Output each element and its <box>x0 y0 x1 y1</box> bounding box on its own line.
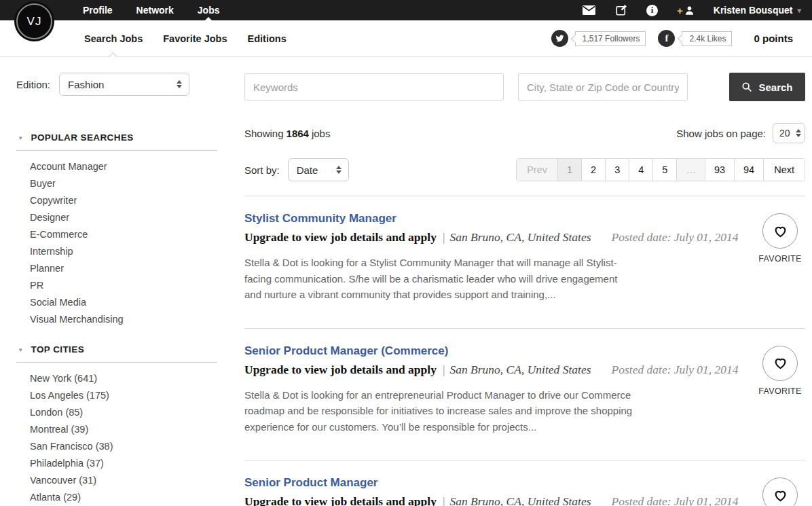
heart-icon <box>773 488 788 503</box>
pagination-page-4[interactable]: 4 <box>629 159 652 181</box>
job-title-link[interactable]: Senior Product Manager (Commerce) <box>244 344 755 358</box>
per-page-label: Show jobs on page: <box>676 128 766 139</box>
select-arrows-icon <box>796 129 801 137</box>
sort-by-value: Date <box>297 164 318 176</box>
primary-nav: Profile Network Jobs <box>83 0 220 20</box>
facebook-icon[interactable]: f <box>658 30 675 47</box>
facebook-likes-badge[interactable]: 2.4k Likes <box>682 31 732 46</box>
favorite-control: FAVORITE <box>755 476 805 506</box>
results-summary-row: Showing 1864 jobs Show jobs on page: 20 <box>244 123 805 143</box>
user-menu[interactable]: Kristen Bousquet ▾ <box>714 5 801 16</box>
favorite-button[interactable] <box>762 213 798 249</box>
top-city-item[interactable]: London (85) <box>30 404 244 421</box>
top-city-item[interactable]: Los Angeles (175) <box>30 387 244 404</box>
pagination-page-94[interactable]: 94 <box>734 159 763 181</box>
nav-network[interactable]: Network <box>136 0 174 20</box>
mail-icon[interactable] <box>583 5 595 16</box>
popular-search-item[interactable]: E-Commerce <box>30 226 244 243</box>
twitter-followers-badge[interactable]: 1,517 Followers <box>575 31 646 46</box>
pagination-prev[interactable]: Prev <box>517 159 557 181</box>
top-cities-title: TOP CITIES <box>31 344 85 355</box>
site-logo[interactable]: VJ <box>14 1 54 41</box>
info-icon[interactable]: i <box>646 5 658 16</box>
popular-searches-header[interactable]: ▾ POPULAR SEARCHES <box>19 132 244 143</box>
popular-search-item[interactable]: Buyer <box>30 175 244 192</box>
popular-search-item[interactable]: Visual Merchandising <box>30 311 244 328</box>
sort-by-select[interactable]: Date <box>288 158 349 181</box>
twitter-icon[interactable] <box>551 30 568 47</box>
popular-search-item[interactable]: PR <box>30 277 244 294</box>
results-count: 1864 <box>287 128 309 139</box>
job-meta: Upgrade to view job details and apply|Sa… <box>244 494 755 506</box>
page-content: Edition: Fashion ▾ POPULAR SEARCHES Acco… <box>0 57 812 506</box>
nav-jobs[interactable]: Jobs <box>198 0 220 20</box>
top-city-item[interactable]: New York (641) <box>30 370 244 387</box>
per-page-control: Show jobs on page: 20 <box>676 123 805 143</box>
popular-search-item[interactable]: Planner <box>30 260 244 277</box>
favorite-button[interactable] <box>762 346 798 381</box>
upgrade-link[interactable]: Upgrade to view job details and apply <box>244 363 437 376</box>
top-city-item[interactable]: San Francisco (38) <box>30 438 244 455</box>
sort-by-label: Sort by: <box>244 164 280 176</box>
search-form: Search <box>244 73 805 101</box>
job-main: Senior Product Manager Upgrade to view j… <box>244 476 755 506</box>
edition-select[interactable]: Fashion <box>59 73 189 96</box>
pagination: Prev 1 2 3 4 5 … 93 94 Next <box>516 158 805 181</box>
keywords-input[interactable] <box>244 73 504 101</box>
collapse-icon: ▾ <box>19 134 22 141</box>
pagination-page-1[interactable]: 1 <box>557 159 581 181</box>
meta-separator: | <box>443 494 445 506</box>
meta-separator: | <box>443 363 445 376</box>
edition-row: Edition: Fashion <box>16 73 244 96</box>
job-listing: Senior Product Manager Upgrade to view j… <box>244 460 805 506</box>
job-title-link[interactable]: Stylist Community Manager <box>244 212 755 225</box>
job-description: Stella & Dot is looking for a Stylist Co… <box>244 255 637 303</box>
upgrade-link[interactable]: Upgrade to view job details and apply <box>244 494 437 506</box>
pagination-page-5[interactable]: 5 <box>652 159 676 181</box>
location-input[interactable] <box>518 73 688 101</box>
job-meta: Upgrade to view job details and apply|Sa… <box>244 363 755 377</box>
compose-icon[interactable] <box>614 5 627 16</box>
job-posted-date: Posted date: July 01, 2014 <box>612 230 739 244</box>
popular-search-item[interactable]: Copywriter <box>30 192 244 209</box>
job-location: San Bruno, CA, United States <box>449 494 591 506</box>
job-posted-date: Posted date: July 01, 2014 <box>612 494 739 506</box>
pagination-next[interactable]: Next <box>763 159 805 181</box>
favorite-label: FAVORITE <box>758 254 801 264</box>
add-user-icon[interactable]: + <box>677 5 695 16</box>
upgrade-link[interactable]: Upgrade to view job details and apply <box>244 230 437 244</box>
popular-search-item[interactable]: Designer <box>30 209 244 226</box>
logo-text: VJ <box>27 15 42 29</box>
search-button[interactable]: Search <box>729 73 805 101</box>
nav-profile[interactable]: Profile <box>83 0 113 20</box>
search-button-label: Search <box>758 82 792 93</box>
favorite-button[interactable] <box>762 477 798 506</box>
top-city-item[interactable]: Montreal (39) <box>30 421 244 438</box>
per-page-select[interactable]: 20 <box>773 123 805 143</box>
search-icon <box>741 82 752 92</box>
pagination-page-3[interactable]: 3 <box>605 159 629 181</box>
top-city-item[interactable]: Atlanta (29) <box>30 489 244 506</box>
tab-favorite-jobs[interactable]: Favorite Jobs <box>163 20 227 56</box>
pagination-page-2[interactable]: 2 <box>581 159 605 181</box>
tab-search-jobs[interactable]: Search Jobs <box>84 20 143 56</box>
popular-search-item[interactable]: Internship <box>30 243 244 260</box>
favorite-control: FAVORITE <box>755 212 805 303</box>
pagination-ellipsis: … <box>676 159 705 181</box>
jobs-subnav: Search Jobs Favorite Jobs Editions 1,517… <box>0 20 812 57</box>
tab-editions[interactable]: Editions <box>248 20 287 56</box>
popular-search-item[interactable]: Account Manager <box>30 158 244 175</box>
per-page-value: 20 <box>779 128 790 139</box>
popular-search-item[interactable]: Social Media <box>30 294 244 311</box>
edition-label: Edition: <box>16 79 50 90</box>
top-city-item[interactable]: Vancouver (31) <box>30 472 244 489</box>
top-city-item[interactable]: Philadelphia (37) <box>30 455 244 472</box>
showing-prefix: Showing <box>244 128 284 139</box>
results-panel: Search Showing 1864 jobs Show jobs on pa… <box>244 73 805 506</box>
pagination-page-93[interactable]: 93 <box>705 159 734 181</box>
favorite-label: FAVORITE <box>758 386 801 396</box>
job-location: San Bruno, CA, United States <box>449 230 591 244</box>
job-title-link[interactable]: Senior Product Manager <box>244 476 755 490</box>
top-cities-header[interactable]: ▾ TOP CITIES <box>19 344 244 355</box>
popular-searches-list: Account Manager Buyer Copywriter Designe… <box>16 158 244 328</box>
